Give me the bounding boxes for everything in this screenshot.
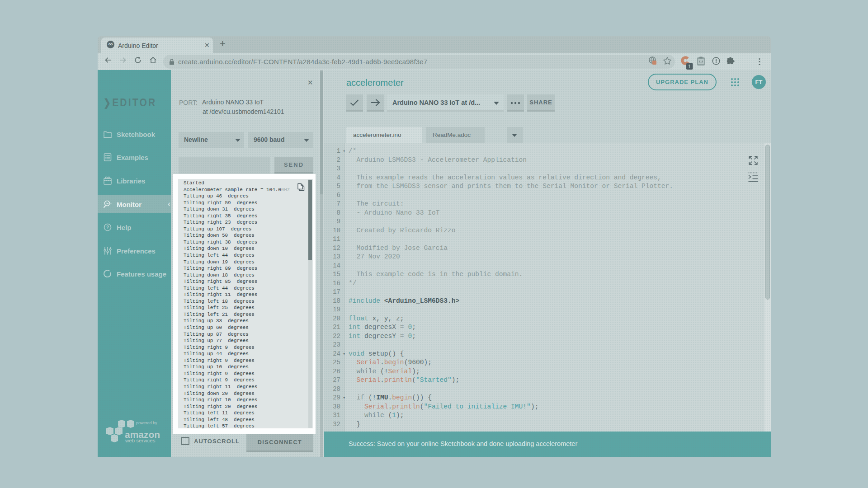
svg-text:1: 1: [688, 64, 691, 69]
svg-text:web services: web services: [125, 438, 156, 443]
svg-text:?: ?: [106, 225, 109, 230]
svg-text:powered by: powered by: [136, 421, 157, 425]
